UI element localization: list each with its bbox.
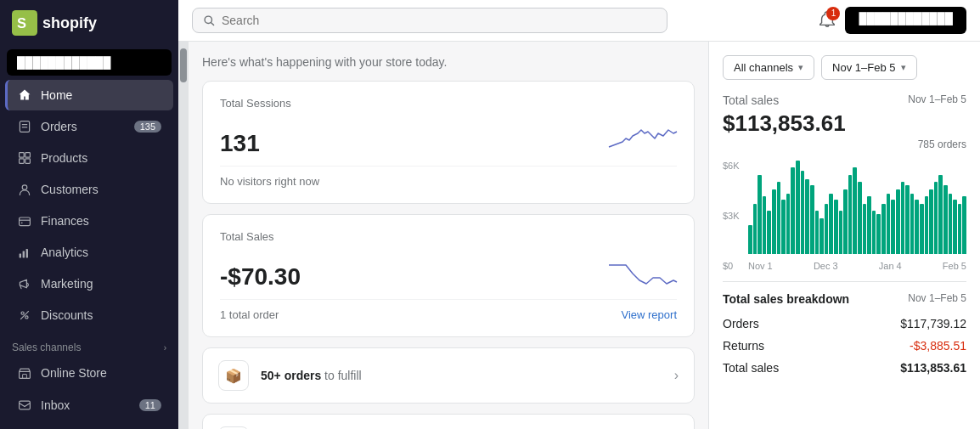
chart-y-label-6k: $6K [723,161,740,171]
notification-button[interactable]: 1 [818,10,836,31]
filter-row: All channels ▾ Nov 1–Feb 5 ▾ [723,55,966,80]
chart-bar [834,200,838,254]
sidebar-item-discounts[interactable]: Discounts [5,300,173,330]
scroll-track[interactable] [178,42,189,429]
store-icon [17,365,32,381]
chart-bar [867,196,871,254]
no-visitors-text: No visitors right now [220,175,319,188]
orders-badge: 135 [134,121,161,133]
sidebar-item-label-finances: Finances [41,214,89,228]
chart-bar [805,179,809,254]
svg-line-24 [211,22,213,25]
shopify-logo: S shopify [12,10,97,36]
fulfill-orders-card[interactable]: 📦 50+ orders to fulfill › [202,347,695,404]
breakdown-date: Nov 1–Feb 5 [908,292,966,306]
chart-x-label-dec: Dec 3 [814,261,838,271]
sales-channels-section[interactable]: Sales channels › [0,331,178,357]
date-filter-button[interactable]: Nov 1–Feb 5 ▾ [821,55,916,80]
breakdown-name-returns: Returns [723,339,764,353]
scroll-thumb[interactable] [180,48,187,82]
fulfill-chevron: › [674,368,679,383]
total-sales-card: Total Sales -$70.30 1 total order View r… [202,214,695,337]
total-sales-footer: 1 total order View report [220,299,677,321]
breakdown-row-returns: Returns -$3,885.51 [723,335,966,357]
chart-bar [896,189,900,254]
chart-bars [748,161,966,254]
svg-rect-10 [20,217,31,226]
chart-bar [920,204,924,254]
svg-rect-2 [20,121,29,133]
sidebar-item-products[interactable]: Products [5,143,173,173]
orders-icon [17,119,32,134]
svg-rect-21 [20,401,31,409]
chart-y-label-3k: $3K [723,211,740,221]
chart-bar [876,214,881,254]
chart-bar [962,196,966,254]
store-selector[interactable]: ████████████ [7,49,172,76]
sidebar-item-finances[interactable]: Finances [5,206,173,236]
date-filter-chevron: ▾ [901,62,906,73]
sales-chart: $6K $3K $0 Nov 1 Dec 3 Jan 4 Feb 5 [723,161,966,271]
right-panel-sales-header: Total sales Nov 1–Feb 5 [723,93,966,107]
chart-bar [791,167,795,254]
page-subtitle: Here's what's happening with your store … [202,55,695,69]
total-sessions-card: Total Sessions 131 No visitors right now [202,81,695,204]
sidebar-item-orders[interactable]: Orders 135 [5,111,173,142]
sidebar-item-marketing[interactable]: Marketing [5,268,173,299]
chart-bar [858,182,862,254]
svg-rect-20 [23,375,27,379]
svg-point-16 [21,312,24,314]
fulfill-icon: 📦 [218,360,249,391]
risk-orders-card[interactable]: ⚠ 16 high risk orders to review › [202,414,695,429]
marketing-icon [17,276,32,291]
sidebar-item-label-marketing: Marketing [41,277,93,291]
fulfill-label: to fulfill [321,369,361,382]
chart-bar [848,175,853,254]
fulfill-text: 50+ orders to fulfill [261,369,662,382]
chart-bar [796,161,800,254]
chart-bar [758,175,762,254]
total-sessions-body: 131 [220,115,677,157]
chart-bar [781,200,786,254]
chart-x-label-feb: Feb 5 [943,261,966,271]
right-panel-sales-amount: $113,853.61 [723,110,966,137]
chart-bar [748,225,752,254]
chart-bar [801,171,805,254]
search-bar[interactable] [192,8,667,33]
chart-bar [949,194,953,254]
user-button[interactable]: ████████████ [845,7,966,34]
chart-bar [901,182,905,254]
breakdown-row-orders: Orders $117,739.12 [723,313,966,335]
breakdown-name-total: Total sales [723,361,779,375]
apps-section[interactable]: Apps › [0,421,178,429]
sidebar-item-label-discounts: Discounts [41,308,93,322]
sidebar-item-analytics[interactable]: Analytics [5,237,173,268]
sidebar-header: S shopify [0,0,178,46]
svg-point-9 [22,185,27,190]
chart-y-labels: $6K $3K $0 [723,161,740,271]
svg-rect-15 [30,247,31,258]
chart-bar [905,185,910,254]
chart-x-labels: Nov 1 Dec 3 Jan 4 Feb 5 [748,261,966,271]
chart-bar [925,196,929,254]
chart-bar [953,200,957,254]
view-report-link[interactable]: View report [621,308,677,321]
sidebar-item-home[interactable]: Home [5,80,173,110]
logo-text: shopify [42,14,97,32]
sidebar-item-customers[interactable]: Customers [5,174,173,205]
sidebar-item-label-home: Home [41,88,72,102]
chart-x-label-jan: Jan 4 [879,261,902,271]
chart-bar [777,182,781,254]
sidebar-nav: Home Orders 135 Products Customers [0,79,178,331]
customers-icon [17,182,32,197]
sidebar-item-inbox[interactable]: Inbox 11 [5,390,173,421]
analytics-icon [17,245,32,260]
breakdown-row-total: Total sales $113,853.61 [723,357,966,379]
search-input[interactable] [222,14,656,27]
channel-filter-button[interactable]: All channels ▾ [723,55,814,80]
svg-rect-6 [25,153,31,158]
sidebar-item-online-store[interactable]: Online Store [5,358,173,388]
right-panel-orders-count: 785 orders [723,138,966,150]
sidebar-item-label-inbox: Inbox [41,398,70,412]
chart-bar [938,175,943,254]
